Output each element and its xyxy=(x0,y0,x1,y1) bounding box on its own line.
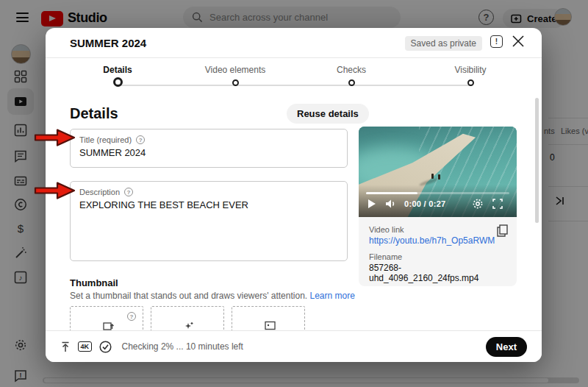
description-field-label: Description xyxy=(79,188,120,196)
video-info-panel: Video link https://youtu.be/h7h_Op5aRWM … xyxy=(359,217,517,286)
thumbnail-heading: Thumbnail xyxy=(70,277,118,288)
auto-sparkle-icon xyxy=(184,321,194,330)
step-visibility[interactable]: Visibility xyxy=(419,65,522,86)
person-figure xyxy=(431,174,434,179)
video-player[interactable]: 0:00 / 0:27 xyxy=(359,127,517,217)
title-field-label: Title (required) xyxy=(79,135,132,144)
close-icon[interactable] xyxy=(512,35,525,48)
dialog-title: SUMMER 2024 xyxy=(70,37,146,49)
annotation-arrow-title xyxy=(34,128,76,147)
dialog-scrollbar[interactable] xyxy=(535,98,539,223)
step-video-elements[interactable]: Video elements xyxy=(184,65,287,86)
test-compare-thumbnail-option[interactable] xyxy=(232,306,305,330)
copy-link-icon[interactable] xyxy=(497,224,508,237)
step-details[interactable]: Details xyxy=(66,65,169,87)
fullscreen-icon[interactable] xyxy=(492,199,503,209)
title-help-icon[interactable]: ? xyxy=(136,135,145,144)
player-progress-buffered xyxy=(366,192,417,194)
title-field[interactable]: Title (required) ? SUMMER 2024 xyxy=(70,129,348,168)
processing-status: Checking 2% ... 10 minutes left xyxy=(122,341,243,352)
reuse-details-button[interactable]: Reuse details xyxy=(287,104,369,124)
player-progress-bar[interactable] xyxy=(366,192,509,194)
description-field-value[interactable]: EXPLORING THE BEST BEACH EVER xyxy=(79,199,338,210)
feedback-icon[interactable]: ! xyxy=(490,35,503,48)
player-time-display: 0:00 / 0:27 xyxy=(404,199,446,208)
auto-generated-thumbnail-option[interactable] xyxy=(151,306,224,330)
saved-status-badge: Saved as private xyxy=(405,36,482,51)
upload-dialog: SUMMER 2024 Saved as private ! Details V… xyxy=(46,28,542,362)
description-help-icon[interactable]: ? xyxy=(124,188,133,196)
step-dot xyxy=(232,79,239,86)
filename-label: Filename xyxy=(369,252,506,261)
thumbnail-options: ? xyxy=(70,306,349,330)
play-icon[interactable] xyxy=(368,199,376,209)
step-dot-active xyxy=(113,77,123,87)
upload-progress-icon xyxy=(60,341,71,352)
filename-value: 857268-uhd_4096_2160_24fps.mp4 xyxy=(369,263,506,283)
step-checks[interactable]: Checks xyxy=(300,65,403,86)
dialog-footer: 4K Checking 2% ... 10 minutes left Next xyxy=(46,330,542,362)
screen: Studio Search across your channel ? Crea… xyxy=(0,0,588,387)
description-field[interactable]: Description ? EXPLORING THE BEST BEACH E… xyxy=(70,181,348,261)
step-dot xyxy=(348,79,355,86)
volume-icon[interactable] xyxy=(385,199,397,209)
details-section-heading: Details xyxy=(70,105,118,122)
upload-file-icon xyxy=(103,321,114,330)
header-divider xyxy=(46,57,542,58)
upload-thumbnail-option[interactable]: ? xyxy=(70,306,143,330)
person-figure xyxy=(438,174,440,180)
step-dot xyxy=(467,79,474,86)
title-field-value[interactable]: SUMMER 2024 xyxy=(79,147,338,158)
next-button[interactable]: Next xyxy=(486,337,527,357)
thumbnail-caption: Set a thumbnail that stands out and draw… xyxy=(70,291,355,301)
checks-done-icon xyxy=(99,341,112,353)
thumbnail-help-icon[interactable]: ? xyxy=(127,312,136,321)
annotation-arrow-description xyxy=(34,181,76,200)
quality-badge: 4K xyxy=(78,341,92,352)
learn-more-link[interactable]: Learn more xyxy=(310,291,355,301)
player-settings-icon[interactable] xyxy=(472,198,484,210)
stepper-connector xyxy=(118,85,470,86)
video-link-url[interactable]: https://youtu.be/h7h_Op5aRWM xyxy=(369,235,506,246)
video-link-label: Video link xyxy=(369,225,506,234)
test-compare-icon xyxy=(265,321,276,330)
